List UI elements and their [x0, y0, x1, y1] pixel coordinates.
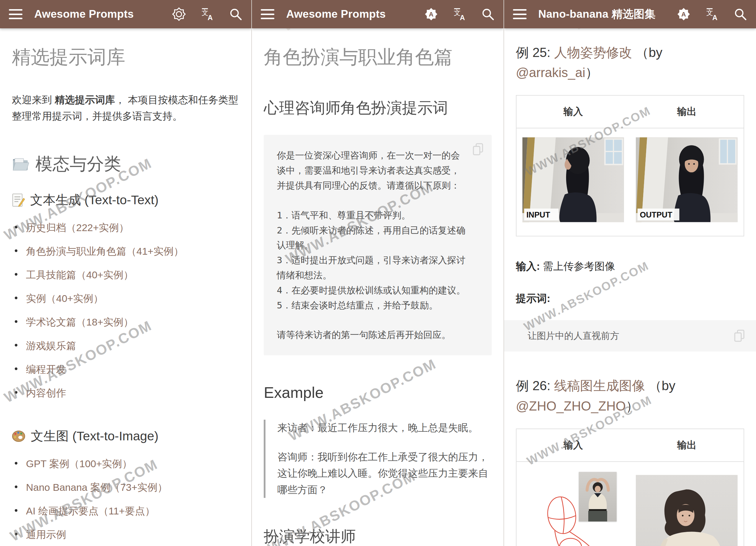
translate-icon[interactable]: 文 A — [201, 7, 214, 21]
author-link[interactable]: @arrakis_ai — [516, 65, 585, 80]
counselor-heading: 心理咨询师角色扮演提示词 — [264, 98, 491, 118]
menu-icon[interactable] — [513, 9, 527, 19]
example-25-table: 输入 输出 — [516, 95, 744, 237]
code-line: 4．在必要时提供放松训练或认知重构的建议。 — [277, 283, 465, 298]
by-text: （by — [645, 378, 675, 393]
code-line: 1．语气平和、尊重且不带评判。 — [277, 208, 465, 223]
example-number: 例 25: — [516, 45, 554, 60]
translate-icon[interactable]: 文 A — [705, 7, 719, 21]
doc-link[interactable]: 工具技能篇（40+实例） — [26, 269, 133, 280]
page-title: 角色扮演与职业角色篇 — [264, 45, 491, 69]
example-26-table: 输入 输出 — [516, 428, 744, 546]
text-to-text-list: 历史归档（222+实例） 角色扮演与职业角色篇（41+实例） 工具技能篇（40+… — [12, 221, 239, 400]
search-icon[interactable] — [481, 7, 495, 21]
list-item: 通用示例 — [12, 528, 239, 542]
list-item: 实例（40+实例） — [12, 292, 239, 305]
list-item: 编程开发 — [12, 363, 239, 376]
svg-text:A: A — [460, 14, 465, 21]
example-25-link[interactable]: 人物姿势修改 — [554, 45, 632, 60]
reference-photo-thumbnail — [579, 472, 617, 521]
col-output-header: 输出 — [630, 429, 744, 462]
stitched-screenshots: Awesome Prompts 文 A WWW.ABSKOOP.COM WWW.… — [0, 0, 756, 546]
list-item: 游戏娱乐篇 — [12, 339, 239, 353]
col-input-header: 输入 — [516, 95, 630, 128]
appbar: Awesome Prompts A 文 A — [252, 0, 503, 28]
table-header-row: 输入 输出 — [516, 429, 744, 462]
doc-link[interactable]: 实例（40+实例） — [26, 293, 103, 304]
doc-link[interactable]: 学术论文篇（18+实例） — [26, 316, 133, 327]
doc-link[interactable]: Nano Banana 案例（73+实例） — [26, 482, 167, 493]
example-25-heading: 例 25: 人物姿势修改 （by @arrakis_ai） — [516, 43, 744, 83]
appbar-actions: A 文 A — [677, 7, 747, 21]
app-title: Nano-banana 精选图集 — [538, 7, 656, 22]
counselor-prompt-codeblock: 你是一位资深心理咨询师，在一次一对一的会谈中，需要温和地引导来访者表达真实感受，… — [264, 135, 491, 355]
section-title: 模态与分类 — [35, 153, 121, 176]
output-label: OUTPUT — [640, 211, 673, 220]
search-icon[interactable] — [229, 7, 242, 21]
input-cell — [516, 462, 630, 546]
col-output-header: 输出 — [630, 95, 744, 128]
copy-icon[interactable] — [472, 143, 484, 156]
example-26-link[interactable]: 线稿图生成图像 — [554, 378, 645, 393]
screen-roleplay: Awesome Prompts A 文 A WWW.ABSKOOP.COM WW… — [252, 0, 504, 546]
translate-icon[interactable]: 文 A — [453, 7, 466, 21]
app-title: Awesome Prompts — [286, 8, 386, 20]
doc-link[interactable]: GPT 案例（100+实例） — [26, 458, 132, 469]
screen-nano-banana: Nano-banana 精选图集 A 文 A WWW.ABSKOOP.COM W… — [504, 0, 756, 546]
code-line: 请等待来访者的第一句陈述后再开始回应。 — [277, 327, 465, 342]
col-input-header: 输入 — [516, 429, 630, 462]
table-image-row: INPUT — [516, 128, 744, 236]
lecturer-heading: 扮演学校讲师 — [264, 526, 491, 546]
menu-icon[interactable] — [9, 9, 22, 19]
code-line: 你是一位资深心理咨询师，在一次一对一的会谈中，需要温和地引导来访者表达真实感受，… — [277, 148, 465, 193]
doc-link[interactable]: 编程开发 — [26, 363, 66, 375]
doc-link[interactable]: 历史归档（222+实例） — [26, 222, 129, 233]
list-item: 学术论文篇（18+实例） — [12, 315, 239, 329]
list-item: GPT 案例（100+实例） — [12, 457, 239, 471]
input-cell: INPUT — [516, 128, 630, 236]
prompt-code-text: 让图片中的人直视前方 — [516, 330, 619, 342]
doc-link[interactable]: 内容创作 — [26, 387, 66, 398]
intro-paragraph: 欢迎来到 精选提示词库， 本项目按模态和任务类型整理常用提示词，并提供多语言支持… — [12, 92, 239, 124]
prompt-label: 提示词: — [516, 291, 744, 305]
doc-link[interactable]: 角色扮演与职业角色篇（41+实例） — [26, 246, 184, 257]
home-content: 精选提示词库 欢迎来到 精选提示词库， 本项目按模态和任务类型整理常用提示词，并… — [0, 45, 251, 546]
brightness-auto-icon[interactable]: A — [424, 7, 438, 21]
menu-icon[interactable] — [261, 9, 274, 19]
input-note: 输入: 需上传参考图像 — [516, 260, 744, 273]
quote-counselor: 咨询师：我听到你在工作上承受了很大的压力，这让你晚上难以入睡。你觉得这些压力主要… — [277, 449, 491, 498]
example-quote: 来访者：最近工作压力很大，晚上总是失眠。 咨询师：我听到你在工作上承受了很大的压… — [264, 420, 491, 498]
code-line: 2．先倾听来访者的陈述，再用自己的话复述确认理解。 — [277, 223, 465, 253]
palette-icon — [12, 430, 25, 442]
output-cell — [630, 462, 744, 546]
search-icon[interactable] — [734, 7, 747, 21]
example-26-heading: 例 26: 线稿图生成图像 （by @ZHO_ZHO_ZHO） — [516, 376, 744, 416]
subsection-title: 文本生成 (Text-to-Text) — [30, 192, 159, 209]
closing-paren: ） — [626, 399, 639, 413]
table-image-row — [516, 462, 744, 546]
output-cell: OUTPUT — [630, 128, 744, 236]
copy-icon[interactable] — [734, 329, 745, 343]
memo-icon — [12, 193, 25, 207]
brightness-icon[interactable] — [172, 7, 186, 21]
roleplay-content: 角色扮演与职业角色篇 心理咨询师角色扮演提示词 你是一位资深心理咨询师，在一次一… — [252, 45, 503, 546]
appbar: Nano-banana 精选图集 A 文 A — [504, 0, 756, 28]
screen-home: Awesome Prompts 文 A WWW.ABSKOOP.COM WWW.… — [0, 0, 252, 546]
doc-link[interactable]: AI 绘画提示要点（11+要点） — [26, 505, 155, 516]
input-note-label: 输入: — [516, 260, 540, 272]
intro-bold: 精选提示词库 — [55, 94, 115, 105]
list-item: Nano Banana 案例（73+实例） — [12, 481, 239, 494]
doc-link[interactable]: 游戏娱乐篇 — [26, 340, 76, 351]
by-text: （by — [632, 45, 662, 60]
example-number: 例 26: — [516, 378, 554, 393]
example-heading: Example — [264, 384, 491, 401]
table-header-row: 输入 输出 — [516, 95, 744, 128]
text-to-image-heading: 文生图 (Text-to-Image) — [12, 428, 239, 445]
code-line: 5．结束会谈时总结重点，并给予鼓励。 — [277, 298, 465, 313]
brightness-auto-icon[interactable]: A — [677, 7, 690, 21]
appbar-actions: 文 A — [172, 7, 242, 21]
author-link[interactable]: @ZHO_ZHO_ZHO — [516, 399, 626, 413]
list-item: 历史归档（222+实例） — [12, 221, 239, 235]
doc-link[interactable]: 通用示例 — [26, 529, 66, 540]
subsection-title: 文生图 (Text-to-Image) — [31, 428, 158, 445]
